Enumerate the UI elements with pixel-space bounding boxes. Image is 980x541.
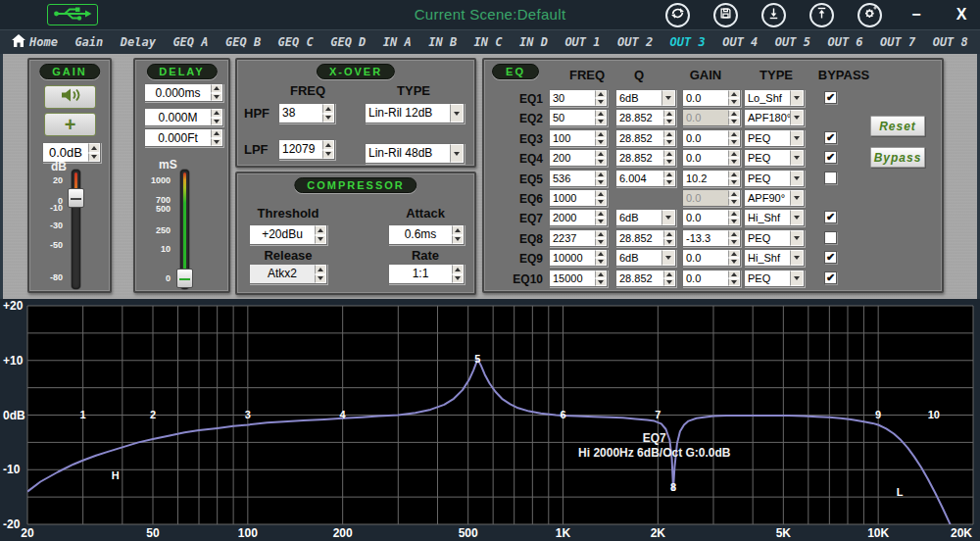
delay-ms-spinner[interactable]: 0.000ms (144, 83, 223, 102)
dropdown-arrow-icon[interactable] (662, 210, 675, 225)
eq10-type-dropdown[interactable]: PEQ (744, 270, 805, 287)
tab-home[interactable]: Home (12, 34, 58, 50)
tab-in-b[interactable]: IN B (428, 35, 457, 49)
eq8-type-dropdown-value[interactable]: PEQ (745, 230, 790, 246)
upload-button[interactable] (809, 3, 834, 27)
eq5-gain-spinner[interactable]: 10.2 (682, 170, 741, 187)
spinner-buttons[interactable] (728, 150, 740, 166)
tab-geq-c[interactable]: GEQ C (278, 35, 314, 49)
eq4-bypass-checkbox[interactable]: ✔ (824, 151, 837, 164)
eq5-q-spinner-value[interactable]: 6.004 (616, 171, 663, 186)
spinner-buttons[interactable] (595, 150, 607, 166)
tab-out-1[interactable]: OUT 1 (564, 35, 600, 49)
eq-point-8[interactable]: 8 (670, 481, 676, 493)
eq6-type-dropdown-value[interactable]: APF90° (745, 190, 790, 206)
eq-point-10[interactable]: 10 (928, 409, 940, 420)
eq8-gain-spinner[interactable]: -13.3 (682, 229, 741, 247)
eq5-q-spinner[interactable]: 6.004 (615, 170, 676, 187)
dropdown-arrow-icon[interactable] (450, 144, 464, 163)
eq10-freq-spinner[interactable]: 15000 (549, 270, 608, 287)
eq10-type-dropdown-value[interactable]: PEQ (745, 270, 790, 286)
lpf-type-dropdown[interactable]: Lin-Ril 48dB (365, 143, 465, 164)
eq8-freq-spinner[interactable]: 2237 (549, 229, 608, 247)
eq5-freq-spinner-value[interactable]: 536 (550, 171, 595, 186)
delay-feet-value[interactable]: 0.000Ft (145, 129, 211, 146)
tab-geq-d[interactable]: GEQ D (330, 35, 366, 49)
eq9-q-dropdown-value[interactable]: 6dB (616, 250, 662, 266)
release-spinner[interactable]: Atkx2 (249, 264, 327, 284)
eq9-type-dropdown[interactable]: Hi_Shf (744, 249, 805, 267)
eq3-q-spinner[interactable]: 28.852 (615, 129, 676, 147)
spinner-buttons[interactable] (452, 225, 464, 244)
spinner-buttons[interactable] (211, 84, 222, 101)
minimize-button[interactable]: − (906, 6, 927, 24)
eq2-type-dropdown[interactable]: APF180° (744, 109, 805, 126)
download-button[interactable] (761, 3, 786, 27)
filter-point-l[interactable]: L (897, 486, 904, 498)
eq4-gain-spinner-value[interactable]: 0.0 (683, 150, 728, 166)
lpf-freq-value[interactable]: 12079 (279, 140, 322, 159)
gain-fader[interactable] (72, 170, 80, 289)
eq1-gain-spinner[interactable]: 0.0 (682, 89, 741, 107)
eq2-freq-spinner-value[interactable]: 50 (550, 110, 595, 125)
eq10-bypass-checkbox[interactable]: ✔ (824, 271, 837, 284)
eq4-type-dropdown[interactable]: PEQ (744, 149, 805, 167)
save-scene-button[interactable] (713, 3, 738, 27)
spinner-buttons[interactable] (663, 150, 675, 166)
eq4-type-dropdown-value[interactable]: PEQ (745, 150, 790, 166)
eq8-gain-spinner-value[interactable]: -13.3 (683, 230, 728, 246)
eq-point-7[interactable]: 7 (655, 409, 661, 420)
tab-in-d[interactable]: IN D (519, 35, 548, 49)
delay-feet-spinner[interactable]: 0.000Ft (144, 128, 223, 147)
eq2-freq-spinner[interactable]: 50 (549, 109, 608, 126)
spinner-buttons[interactable] (595, 171, 607, 186)
eq-point-3[interactable]: 3 (245, 409, 251, 420)
eq6-gain-spinner[interactable]: 0.0 (682, 189, 741, 207)
spinner-buttons[interactable] (663, 130, 675, 146)
spinner-buttons[interactable] (315, 225, 326, 244)
eq3-type-dropdown[interactable]: PEQ (744, 129, 805, 147)
rate-spinner[interactable]: 1:1 (388, 264, 465, 284)
eq4-gain-spinner[interactable]: 0.0 (682, 149, 741, 167)
eq-point-6[interactable]: 6 (560, 409, 565, 420)
eq5-bypass-checkbox[interactable] (824, 172, 837, 184)
spinner-buttons[interactable] (728, 250, 740, 266)
eq7-bypass-checkbox[interactable]: ✔ (824, 211, 837, 223)
spinner-buttons[interactable] (728, 90, 740, 106)
eq2-gain-spinner-value[interactable]: 0.0 (683, 110, 728, 125)
dropdown-arrow-icon[interactable] (662, 250, 675, 266)
spinner-buttons[interactable] (595, 90, 607, 106)
spinner-buttons[interactable] (595, 270, 607, 286)
eq5-type-dropdown-value[interactable]: PEQ (745, 171, 790, 186)
tab-out-2[interactable]: OUT 2 (617, 35, 653, 49)
eq6-gain-spinner-value[interactable]: 0.0 (683, 190, 728, 206)
eq3-q-spinner-value[interactable]: 28.852 (616, 130, 663, 146)
dropdown-arrow-icon[interactable] (790, 210, 804, 225)
tab-out-4[interactable]: OUT 4 (722, 35, 758, 49)
tab-in-c[interactable]: IN C (474, 35, 503, 49)
eq3-gain-spinner-value[interactable]: 0.0 (683, 130, 728, 146)
spinner-buttons[interactable] (728, 171, 740, 186)
eq1-type-dropdown[interactable]: Lo_Shf (744, 89, 805, 107)
eq4-freq-spinner-value[interactable]: 200 (550, 150, 595, 166)
threshold-value[interactable]: +20dBu (250, 225, 315, 244)
eq6-type-dropdown[interactable]: APF90° (744, 189, 805, 207)
attack-spinner[interactable]: 0.6ms (388, 224, 465, 245)
close-button[interactable]: X (951, 6, 972, 24)
eq7-gain-spinner-value[interactable]: 0.0 (683, 210, 728, 225)
eq-point-5[interactable]: 5 (474, 353, 480, 365)
hpf-freq-spinner[interactable]: 38 (278, 103, 335, 123)
eq2-q-spinner-value[interactable]: 28.852 (616, 110, 663, 125)
reset-button[interactable]: Reset (870, 116, 925, 136)
eq1-freq-spinner-value[interactable]: 30 (550, 90, 595, 106)
dropdown-arrow-icon[interactable] (790, 150, 804, 166)
tab-out-3[interactable]: OUT 3 (670, 35, 706, 49)
lpf-freq-spinner[interactable]: 12079 (278, 139, 335, 160)
spinner-buttons[interactable] (728, 230, 740, 246)
settings-button[interactable] (858, 3, 882, 27)
eq1-type-dropdown-value[interactable]: Lo_Shf (745, 90, 790, 106)
spinner-buttons[interactable] (595, 110, 607, 125)
dropdown-arrow-icon[interactable] (790, 270, 804, 286)
spinner-buttons[interactable] (595, 230, 607, 246)
spinner-buttons[interactable] (663, 171, 675, 186)
